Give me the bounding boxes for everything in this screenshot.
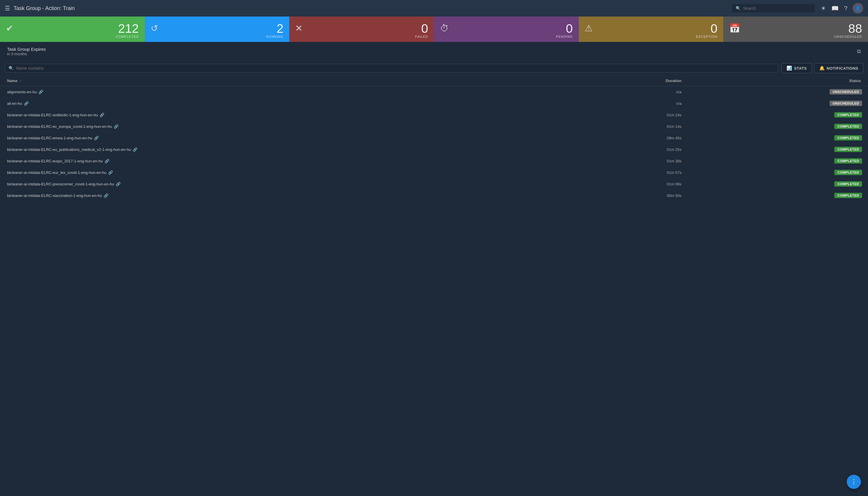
running-label: RUNNING [266,35,283,38]
status-badge: COMPLETED [834,112,862,118]
status-badge: UNSCHEDULED [829,101,862,106]
cell-duration: 01m 24s [570,109,688,121]
table-row[interactable]: bicleaner-ai-mtdata-ELRC-euipo_2017-1-en… [0,155,868,167]
pending-icon: ⏱ [440,23,449,33]
table-row[interactable]: bicleaner-ai-mtdata-ELRC-ec_europa_covid… [0,121,868,132]
row-link-icon[interactable]: 🔗 [39,90,43,94]
col-status: Status [689,76,868,86]
col-name[interactable]: Name ↑ [0,76,570,86]
cell-status: COMPLETED [689,155,868,167]
cell-duration: n/a [570,98,688,109]
fab-button[interactable]: ⋮ [847,475,861,489]
stat-card-exception[interactable]: ⚠ 0 EXCEPTION [579,17,724,42]
theme-icon[interactable]: ☀ [821,5,826,12]
row-link-icon[interactable]: 🔗 [108,170,113,175]
stats-button-label: STATS [794,66,807,71]
unscheduled-count: 88 [848,22,862,35]
row-link-icon[interactable]: 🔗 [114,124,119,129]
table-row[interactable]: bicleaner-ai-mtdata-ELRC-vaccination-1-e… [0,190,868,201]
table-row[interactable]: bicleaner-ai-mtdata-ELRC-presscorner_cov… [0,178,868,190]
header-actions: ☀ 📖 ? 👤 [821,3,863,14]
row-link-icon[interactable]: 🔗 [104,193,108,198]
page-title: Task Group - Action: Train [14,5,729,12]
status-badge: COMPLETED [834,135,862,141]
search-input[interactable] [743,6,811,11]
status-badge: COMPLETED [834,193,862,198]
failed-label: FAILED [415,35,428,38]
search-icon: 🔍 [736,6,741,11]
stats-button[interactable]: 📊 STATS [781,63,812,73]
filter-search[interactable]: 🔍 [5,64,778,73]
status-badge: COMPLETED [834,181,862,187]
exception-count: 0 [711,22,717,35]
cell-name: alignments-en-hu🔗 [0,86,570,98]
cell-status: COMPLETED [689,121,868,132]
filter-search-icon: 🔍 [9,66,14,71]
cell-name: all-en-hu🔗 [0,98,570,109]
sort-icon: ↑ [20,79,21,83]
running-count: 2 [276,22,283,35]
table-row[interactable]: alignments-en-hu🔗n/aUNSCHEDULED [0,86,868,98]
book-icon[interactable]: 📖 [832,5,839,12]
stats-row: ✔ 212 COMPLETED ↺ 2 RUNNING ✕ 0 FAILED ⏱… [0,17,868,42]
table-row[interactable]: bicleaner-ai-mtdata-ELRC-eu_publications… [0,144,868,155]
cell-name: bicleaner-ai-mtdata-ELRC-vaccination-1-e… [0,190,570,201]
stat-card-unscheduled[interactable]: 📅 88 UNSCHEDULED [723,17,868,42]
help-icon[interactable]: ? [844,5,847,12]
header: ☰ Task Group - Action: Train 🔍 ☀ 📖 ? 👤 [0,0,868,17]
row-link-icon[interactable]: 🔗 [133,147,137,152]
menu-icon[interactable]: ☰ [5,5,10,12]
table-row[interactable]: bicleaner-ai-mtdata-ELRC-emea-1-eng-hun-… [0,132,868,144]
unscheduled-icon: 📅 [729,23,740,33]
row-link-icon[interactable]: 🔗 [116,182,121,186]
task-group-subtitle: in 3 months [7,52,46,56]
status-badge: COMPLETED [834,147,862,152]
status-badge: COMPLETED [834,158,862,164]
cell-duration: 01m 38s [570,155,688,167]
status-badge: COMPLETED [834,170,862,175]
row-link-icon[interactable]: 🔗 [24,101,29,106]
status-badge: UNSCHEDULED [829,89,862,94]
cell-status: COMPLETED [689,178,868,190]
table-row[interactable]: all-en-hu🔗n/aUNSCHEDULED [0,98,868,109]
failed-count: 0 [421,22,428,35]
cell-name: bicleaner-ai-mtdata-ELRC-euipo_2017-1-en… [0,155,570,167]
cell-duration: 09m 45s [570,132,688,144]
cell-status: COMPLETED [689,190,868,201]
row-link-icon[interactable]: 🔗 [100,113,104,117]
avatar[interactable]: 👤 [853,3,863,14]
cell-duration: 01m 57s [570,167,688,178]
cell-status: COMPLETED [689,132,868,144]
unscheduled-label: UNSCHEDULED [834,35,862,38]
cell-status: COMPLETED [689,144,868,155]
table-header-row: Name ↑ Duration Status [0,76,868,86]
cell-status: UNSCHEDULED [689,98,868,109]
cell-duration: 01m 14s [570,121,688,132]
stat-card-completed[interactable]: ✔ 212 COMPLETED [0,17,145,42]
row-link-icon[interactable]: 🔗 [94,136,99,140]
cell-name: bicleaner-ai-mtdata-ELRC-presscorner_cov… [0,178,570,190]
search-bar[interactable]: 🔍 [732,4,815,12]
row-link-icon[interactable]: 🔗 [105,159,109,163]
stat-card-running[interactable]: ↺ 2 RUNNING [145,17,290,42]
name-filter-input[interactable] [16,66,774,71]
cell-status: UNSCHEDULED [689,86,868,98]
cell-duration: 01m 08s [570,178,688,190]
notifications-button[interactable]: 🔔 NOTIFICATIONS [814,63,863,73]
exception-label: EXCEPTION [696,35,718,38]
table-row[interactable]: bicleaner-ai-mtdata-ELRC-eur_lex_covid-1… [0,167,868,178]
table-row[interactable]: bicleaner-ai-mtdata-ELRC-antibiotic-1-en… [0,109,868,121]
cell-duration: n/a [570,86,688,98]
cell-name: bicleaner-ai-mtdata-ELRC-eur_lex_covid-1… [0,167,570,178]
copy-icon[interactable]: ⧉ [857,48,861,55]
cell-name: bicleaner-ai-mtdata-ELRC-emea-1-eng-hun-… [0,132,570,144]
toolbar-buttons: 📊 STATS 🔔 NOTIFICATIONS [781,63,863,73]
cell-name: bicleaner-ai-mtdata-ELRC-ec_europa_covid… [0,121,570,132]
stat-card-pending[interactable]: ⏱ 0 PENDING [434,17,579,42]
cell-duration: 00m 50s [570,190,688,201]
completed-icon: ✔ [6,23,13,33]
pending-count: 0 [566,22,573,35]
stat-card-failed[interactable]: ✕ 0 FAILED [289,17,434,42]
cell-status: COMPLETED [689,167,868,178]
task-group-info: Task Group Expires in 3 months ⧉ [0,42,868,61]
